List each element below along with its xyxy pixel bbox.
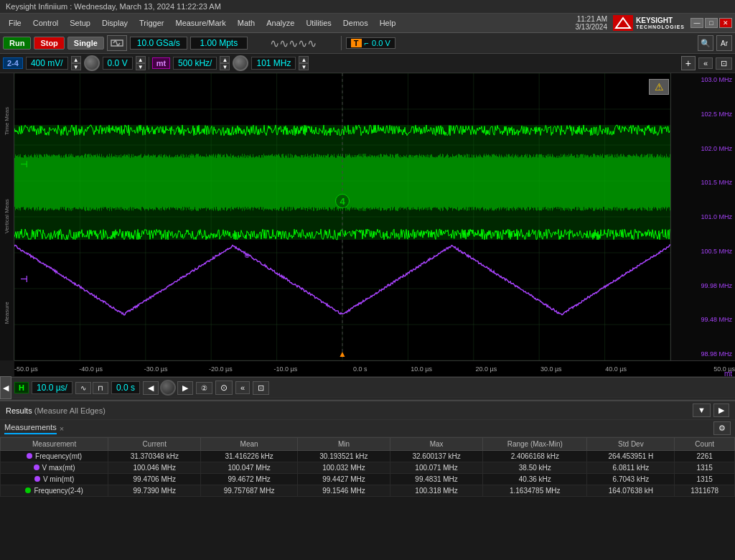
results-expand-btn[interactable]: ▼ bbox=[693, 403, 711, 417]
nav-left-button[interactable]: ◀ bbox=[143, 381, 159, 395]
meas-mean-1: 100.047 MHz bbox=[201, 462, 298, 474]
ch-back-button[interactable]: « bbox=[698, 57, 713, 69]
nav-right-button[interactable]: ▶ bbox=[177, 381, 193, 395]
meas-max-1: 100.071 MHz bbox=[390, 462, 483, 474]
menu-control[interactable]: Control bbox=[27, 17, 64, 29]
menu-file[interactable]: File bbox=[3, 17, 27, 29]
mt-scale-up[interactable]: ▲ bbox=[220, 56, 230, 63]
meas-name-3: Frequency(2-4) bbox=[1, 485, 108, 497]
timebase-sq-btn[interactable]: ⊓ bbox=[93, 382, 108, 394]
meas-count-0: 2261 bbox=[675, 451, 735, 462]
meas-stddev-2: 6.7043 kHz bbox=[587, 474, 675, 485]
results-options-btn[interactable]: ▶ bbox=[713, 403, 729, 417]
mt-center-freq: 101 MHz bbox=[251, 57, 296, 70]
time-label-1: -40.0 µs bbox=[79, 365, 103, 373]
menu-setup[interactable]: Setup bbox=[64, 17, 96, 29]
ch24-scale-down[interactable]: ▼ bbox=[71, 63, 81, 70]
time-label-9: 40.0 µs bbox=[605, 365, 627, 373]
run-button[interactable]: Run bbox=[3, 37, 31, 50]
settings-icon-btn[interactable]: ⊙ bbox=[215, 381, 233, 395]
col-count: Count bbox=[675, 438, 735, 451]
meas-min-1: 100.032 MHz bbox=[297, 462, 390, 474]
ch24-scale-up[interactable]: ▲ bbox=[71, 56, 81, 63]
single-button[interactable]: Single bbox=[67, 37, 104, 50]
mem-depth-display: 1.00 Mpts bbox=[190, 37, 248, 50]
add-channel-button[interactable]: + bbox=[681, 56, 696, 70]
ch-info-button[interactable]: ⊡ bbox=[716, 57, 732, 70]
meas-stddev-3: 164.07638 kH bbox=[587, 485, 675, 497]
mt-center-up[interactable]: ▲ bbox=[299, 56, 309, 63]
measurements-tab[interactable]: Measurements bbox=[4, 423, 57, 434]
time-label-2: -30.0 µs bbox=[144, 365, 168, 373]
sidebar-toggle-button[interactable]: ◀ bbox=[0, 376, 11, 399]
meas-range-3: 1.1634785 MHz bbox=[483, 485, 587, 497]
minimize-button[interactable]: — bbox=[690, 18, 703, 28]
menu-trigger[interactable]: Trigger bbox=[134, 17, 169, 29]
autoset-button[interactable] bbox=[107, 35, 127, 51]
menu-display[interactable]: Display bbox=[96, 17, 134, 29]
window-controls: — □ ✕ bbox=[690, 18, 732, 28]
close-button[interactable]: ✕ bbox=[719, 18, 732, 28]
measure-label3[interactable]: Measure bbox=[0, 265, 14, 360]
h-badge: H bbox=[14, 382, 29, 393]
mark-btn[interactable]: ⊡ bbox=[253, 381, 269, 395]
freq-label-6: 99.98 MHz bbox=[674, 282, 732, 289]
meas-settings-btn[interactable]: ⚙ bbox=[713, 421, 731, 435]
mt-scale-down[interactable]: ▼ bbox=[220, 63, 230, 70]
menu-analyze[interactable]: Analyze bbox=[261, 17, 300, 29]
separator bbox=[341, 36, 342, 50]
ch24-badge[interactable]: 2-4 bbox=[3, 57, 23, 69]
oscilloscope-display[interactable]: ⚠ ⊣ ⊣ ▲ 4 ⊕ bbox=[14, 73, 670, 360]
trigger-edge-icon: ⌐ bbox=[365, 39, 369, 47]
ch24-offset-knob[interactable] bbox=[84, 55, 100, 71]
warning-button[interactable]: ⚠ bbox=[649, 79, 669, 95]
maximize-button[interactable]: □ bbox=[705, 18, 718, 28]
results-subtitle: (Measure All Edges) bbox=[34, 406, 106, 415]
freq-label-2: 102.0 MHz bbox=[674, 145, 732, 152]
stop-button[interactable]: Stop bbox=[34, 37, 64, 50]
logo-text: KEYSIGHT TECHNOLOGIES bbox=[636, 17, 685, 30]
ch24-scale: 400 mV/ bbox=[26, 57, 68, 70]
col-stddev: Std Dev bbox=[587, 438, 675, 451]
mt-center-down[interactable]: ▼ bbox=[299, 63, 309, 70]
meas-count-1: 1315 bbox=[675, 462, 735, 474]
ch24-offset-down[interactable]: ▼ bbox=[136, 63, 146, 70]
menu-math[interactable]: Math bbox=[232, 17, 261, 29]
ch24-offset-arrows: ▲ ▼ bbox=[136, 56, 146, 70]
cursor-button[interactable]: Ar bbox=[716, 35, 732, 51]
meas-range-1: 38.50 kHz bbox=[483, 462, 587, 474]
meas-max-0: 32.600137 kHz bbox=[390, 451, 483, 462]
zoom-icon-btn[interactable]: ② bbox=[196, 382, 212, 394]
col-min: Min bbox=[297, 438, 390, 451]
timebase-sine-btn[interactable]: ∿ bbox=[75, 382, 91, 394]
time-meas-label[interactable]: Time Meas bbox=[0, 73, 14, 169]
time-position: 0.0 s bbox=[111, 381, 140, 394]
col-measurement: Measurement bbox=[1, 438, 108, 451]
results-controls: ▼ ▶ bbox=[693, 403, 729, 417]
timebase-wave-btns: ∿ ⊓ bbox=[75, 382, 108, 394]
mt-center-knob[interactable] bbox=[233, 55, 248, 71]
meas-name-1: V max(mt) bbox=[1, 462, 108, 474]
ch24-offset-up[interactable]: ▲ bbox=[136, 56, 146, 63]
mt-badge[interactable]: mt bbox=[152, 57, 170, 69]
meas-count-3: 1311678 bbox=[675, 485, 735, 497]
meas-stddev-0: 264.453951 H bbox=[587, 451, 675, 462]
menu-demos[interactable]: Demos bbox=[337, 17, 374, 29]
time-label-3: -20.0 µs bbox=[209, 365, 233, 373]
measurements-settings: ⚙ bbox=[713, 421, 731, 435]
trigger-marker: ▲ bbox=[338, 349, 347, 359]
clock-date: 3/13/2024 bbox=[575, 23, 607, 31]
mt-center-arrows: ▲ ▼ bbox=[299, 56, 309, 70]
zoom-button[interactable]: 🔍 bbox=[698, 35, 713, 51]
vertical-meas-label[interactable]: Vertical Meas bbox=[0, 169, 14, 264]
back-btn[interactable]: « bbox=[235, 381, 250, 394]
menu-utilities[interactable]: Utilities bbox=[300, 17, 337, 29]
col-range: Range (Max-Min) bbox=[483, 438, 587, 451]
trigger-t-badge: T bbox=[351, 39, 362, 47]
close-tab-btn[interactable]: × bbox=[60, 424, 64, 433]
menu-help[interactable]: Help bbox=[374, 17, 402, 29]
timebase-knob[interactable] bbox=[160, 380, 176, 396]
bottom-area: ◀ H 10.0 µs/ ∿ ⊓ 0.0 s ◀ ▶ ② ⊙ « ⊡ bbox=[0, 376, 735, 400]
title-bar: Keysight Infiniium : Wednesday, March 13… bbox=[0, 0, 735, 14]
menu-measure[interactable]: Measure/Mark bbox=[169, 17, 231, 29]
